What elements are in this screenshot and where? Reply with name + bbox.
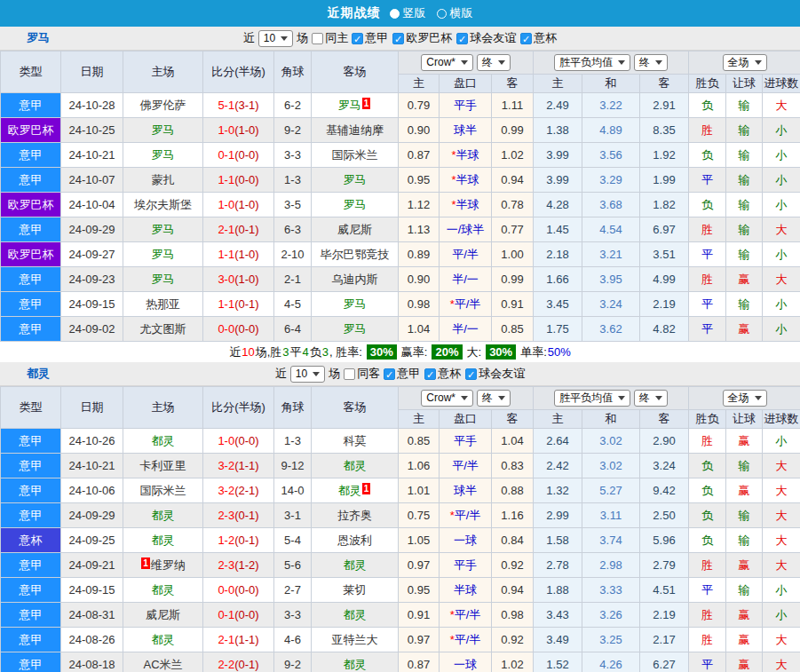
home-team: 热那亚: [123, 292, 203, 317]
result-handicap: 赢: [726, 267, 763, 292]
fulltime-select[interactable]: 全场: [723, 390, 767, 407]
odds-home: 0.79: [399, 93, 440, 118]
recent-count-select[interactable]: 10: [258, 30, 293, 47]
avg-away: 2.19: [640, 292, 689, 317]
match-row: 意甲24-09-15都灵0-0(0-0)2-7莱切0.95半球0.941.883…: [1, 578, 800, 603]
result-goals: 小: [763, 143, 800, 168]
league-checkbox[interactable]: 球会友谊: [456, 30, 516, 46]
avg-draw: 3.02: [582, 454, 640, 478]
radio-horizontal[interactable]: 横版: [437, 5, 473, 21]
competition-type: 意甲: [1, 429, 61, 454]
avg-draw: 3.74: [582, 528, 640, 553]
result-goals: 小: [763, 242, 800, 267]
match-date: 24-10-07: [61, 168, 123, 193]
handicap-line: *半球: [440, 143, 492, 168]
score: 1-2(0-1): [203, 528, 274, 553]
handicap-line: *平/半: [440, 503, 492, 528]
avg-stage-select[interactable]: 终: [634, 54, 668, 71]
corners: 3-1: [274, 503, 312, 528]
result-wdl: 负: [689, 528, 726, 553]
competition-type: 意甲: [1, 317, 61, 342]
result-handicap: 输: [726, 528, 763, 553]
recent-count-select[interactable]: 10: [290, 366, 325, 383]
match-date: 24-09-15: [61, 578, 123, 603]
league-checkbox[interactable]: 意甲: [352, 30, 388, 46]
chevron-down-icon: [655, 396, 662, 400]
result-goals: 大: [763, 553, 800, 578]
result-goals: 小: [763, 118, 800, 143]
near-label: 近: [275, 366, 287, 382]
fulltime-select[interactable]: 全场: [723, 54, 767, 71]
league-filter-group: 意甲欧罗巴杯球会友谊意杯: [352, 30, 557, 46]
corners: 2-7: [274, 578, 312, 603]
odds-provider-select[interactable]: Crow*: [421, 54, 473, 71]
filter-bar: 近 10 场 同主 意甲欧罗巴杯球会友谊意杯: [243, 30, 557, 47]
match-row: 意甲24-09-23罗马3-0(1-0)2-1乌迪内斯0.90半/一0.991.…: [1, 267, 800, 292]
avg-draw: 4.26: [582, 652, 640, 672]
games-label: 场: [297, 30, 308, 46]
league-checkbox[interactable]: 球会友谊: [465, 366, 525, 382]
result-handicap: 输: [726, 118, 763, 143]
sub-handicap-result: 让球: [726, 410, 763, 429]
avg-away: 2.19: [640, 603, 689, 628]
chevron-down-icon: [755, 60, 762, 65]
corners: 6-4: [274, 317, 312, 342]
score: 2-3(1-2): [203, 553, 274, 578]
league-checkbox[interactable]: 意杯: [424, 366, 461, 382]
sub-wdl: 胜负: [689, 75, 726, 93]
checkbox-checked-icon: [352, 33, 363, 44]
avg-odds-select[interactable]: 胜平负均值: [554, 54, 630, 71]
league-checkbox[interactable]: 意甲: [384, 366, 420, 382]
avg-home: 1.38: [534, 118, 582, 143]
same-venue-checkbox[interactable]: 同客: [344, 366, 380, 382]
score: 3-2(2-1): [203, 478, 274, 503]
avg-draw: 3.26: [582, 603, 640, 628]
win-rate-badge: 30%: [367, 344, 397, 360]
match-row: 意甲24-09-29罗马2-1(0-1)6-3威尼斯1.13一/球半0.771.…: [1, 217, 800, 242]
league-checkbox[interactable]: 意杯: [520, 30, 557, 46]
match-date: 24-09-27: [61, 242, 123, 267]
same-venue-checkbox[interactable]: 同主: [312, 30, 348, 46]
odds-stage-select[interactable]: 终: [477, 390, 511, 407]
sub-wdl: 胜负: [689, 410, 726, 429]
avg-home: 2.99: [534, 503, 582, 528]
match-date: 24-10-04: [61, 193, 123, 217]
result-handicap: 赢: [726, 652, 763, 672]
checkbox-checked-icon: [384, 368, 395, 380]
corners: 2-10: [274, 242, 312, 267]
avg-stage-select[interactable]: 终: [634, 390, 668, 407]
league-checkbox[interactable]: 欧罗巴杯: [392, 30, 452, 46]
odds-stage-select[interactable]: 终: [477, 54, 511, 71]
corners: 3-3: [274, 603, 312, 628]
home-team: 都灵: [123, 528, 203, 553]
chevron-down-icon: [461, 60, 468, 65]
odds-provider-select[interactable]: Crow*: [421, 390, 473, 407]
result-handicap: 赢: [726, 478, 763, 503]
competition-type: 意甲: [1, 217, 61, 242]
avg-home: 1.88: [534, 578, 582, 603]
match-date: 24-10-26: [61, 429, 123, 454]
score: 1-1(0-0): [203, 168, 274, 193]
result-goals: 大: [763, 454, 800, 478]
corners: 6-2: [274, 93, 312, 118]
result-goals: 大: [763, 93, 800, 118]
corners: 14-0: [274, 478, 312, 503]
avg-draw: 3.25: [582, 628, 640, 652]
competition-type: 欧罗巴杯: [1, 118, 61, 143]
odds-away: 0.83: [492, 454, 534, 478]
match-date: 24-09-29: [61, 217, 123, 242]
summary-bar: 近10场,胜3平4负3, 胜率:30%赢率:20%大:30%单率:50%: [0, 342, 800, 362]
avg-away: 4.82: [640, 317, 689, 342]
corners: 1-3: [274, 429, 312, 454]
avg-away: 6.27: [640, 652, 689, 672]
avg-away: 1.92: [640, 143, 689, 168]
radio-vertical[interactable]: 竖版: [390, 5, 426, 21]
avg-draw: 4.54: [582, 217, 640, 242]
odds-home: 0.87: [399, 143, 440, 168]
result-goals: 小: [763, 429, 800, 454]
avg-odds-select[interactable]: 胜平负均值: [554, 390, 630, 407]
score: 2-2(0-1): [203, 652, 274, 672]
match-row: 意甲24-10-21卡利亚里3-2(1-1)9-12都灵1.06平/半0.832…: [1, 454, 800, 478]
avg-draw: 3.21: [582, 242, 640, 267]
avg-away: 2.17: [640, 628, 689, 652]
